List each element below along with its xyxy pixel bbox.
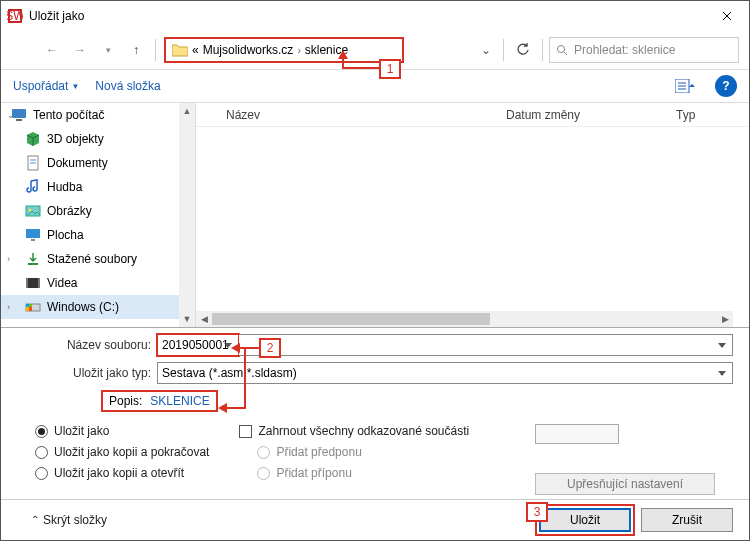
svg-rect-17 — [31, 239, 35, 241]
tree-label: Videa — [47, 276, 77, 290]
radio-save-as[interactable]: Uložit jako — [35, 424, 209, 438]
tree-node-documents[interactable]: Dokumenty — [1, 151, 195, 175]
svg-rect-21 — [38, 278, 40, 288]
radio-label: Přidat příponu — [276, 466, 351, 480]
arrow-icon — [218, 402, 228, 414]
tree-node-downloads[interactable]: › Stažené soubory — [1, 247, 195, 271]
desktop-icon — [25, 227, 41, 243]
help-button[interactable]: ? — [715, 75, 737, 97]
filetype-label: Uložit jako typ: — [17, 366, 157, 380]
close-button[interactable] — [705, 1, 749, 31]
refresh-button[interactable] — [510, 37, 536, 63]
list-header: Název Datum změny Typ — [196, 103, 749, 127]
save-as-dialog: SW Uložit jako ← → ▾ ↑ « Mujsolidworks.c… — [0, 0, 750, 541]
organize-menu[interactable]: Uspořádat ▼ — [13, 79, 79, 93]
view-mode-button[interactable] — [671, 75, 701, 97]
arrow-icon — [231, 342, 241, 354]
tree-node-desktop[interactable]: Plocha — [1, 223, 195, 247]
crumb-root[interactable]: « — [192, 43, 199, 57]
collapse-icon[interactable]: ⌄ — [7, 110, 15, 120]
fields-area: Název souboru: 2019050001 Uložit jako ty… — [1, 328, 749, 416]
tree-label: Windows (C:) — [47, 300, 119, 314]
explorer-area: ⌄ Tento počítač 3D objekty Dokumenty Hud… — [1, 103, 749, 328]
radio-label: Uložit jako — [54, 424, 109, 438]
filetype-value: Sestava (*.asm;*.sldasm) — [162, 366, 297, 380]
recent-dropdown[interactable]: ▾ — [97, 39, 119, 61]
filename-input[interactable]: 2019050001 — [157, 334, 239, 356]
up-button[interactable]: ↑ — [125, 39, 147, 61]
expand-icon[interactable]: › — [7, 254, 10, 264]
breadcrumb[interactable]: « Mujsolidworks.cz › sklenice — [164, 37, 404, 63]
hide-folders-toggle[interactable]: ⌃ Skrýt složky — [31, 513, 107, 527]
breadcrumb-history-dropdown[interactable]: ⌄ — [475, 39, 497, 61]
svg-rect-20 — [26, 278, 28, 288]
tree-label: 3D objekty — [47, 132, 104, 146]
cube-icon — [25, 131, 41, 147]
forward-button[interactable]: → — [69, 39, 91, 61]
expand-icon[interactable]: › — [7, 302, 10, 312]
callout-2: 2 — [259, 338, 281, 358]
horizontal-scrollbar[interactable]: ◀ ▶ — [196, 311, 733, 327]
svg-line-4 — [564, 52, 567, 55]
callout-3: 3 — [526, 502, 548, 522]
col-type[interactable]: Typ — [676, 108, 695, 122]
callout-line — [238, 347, 260, 349]
scrollbar-thumb[interactable] — [212, 313, 490, 325]
image-icon — [25, 203, 41, 219]
scroll-left-icon[interactable]: ◀ — [196, 314, 212, 324]
document-icon — [25, 155, 41, 171]
radio-label: Uložit jako kopii a pokračovat — [54, 445, 209, 459]
arrow-icon — [337, 50, 349, 60]
radio-add-suffix: Přidat příponu — [257, 466, 469, 480]
back-button[interactable]: ← — [41, 39, 63, 61]
cancel-button[interactable]: Zrušit — [641, 508, 733, 532]
prefix-suffix-input — [535, 424, 619, 444]
tree-label: Obrázky — [47, 204, 92, 218]
check-include-refs[interactable]: Zahrnout všechny odkazované součásti — [239, 424, 469, 438]
video-icon — [25, 275, 41, 291]
search-input[interactable]: Prohledat: sklenice — [549, 37, 739, 63]
check-label: Zahrnout všechny odkazované součásti — [258, 424, 469, 438]
tree-node-thispc[interactable]: ⌄ Tento počítač — [1, 103, 195, 127]
tree-node-windows-c[interactable]: › Windows (C:) — [1, 295, 195, 319]
file-list[interactable]: Název Datum změny Typ ◀ ▶ — [196, 103, 749, 327]
description-value[interactable]: SKLENICE — [150, 394, 209, 408]
divider — [503, 39, 504, 61]
tree-node-3dobjects[interactable]: 3D objekty — [1, 127, 195, 151]
scroll-down-icon[interactable]: ▼ — [183, 311, 192, 327]
filename-label: Název souboru: — [17, 338, 157, 352]
radio-save-copy-continue[interactable]: Uložit jako kopii a pokračovat — [35, 445, 209, 459]
tree-label: Stažené soubory — [47, 252, 137, 266]
description-field[interactable]: Popis: SKLENICE — [101, 390, 218, 412]
titlebar: SW Uložit jako — [1, 1, 749, 31]
radio-label: Uložit jako kopii a otevřít — [54, 466, 184, 480]
filename-input-ext[interactable] — [239, 334, 733, 356]
save-button[interactable]: Uložit — [539, 508, 631, 532]
download-icon — [25, 251, 41, 267]
svg-point-15 — [29, 209, 32, 212]
crumb-1[interactable]: Mujsolidworks.cz — [203, 43, 294, 57]
search-placeholder: Prohledat: sklenice — [574, 43, 675, 57]
chevron-down-icon: ▼ — [71, 82, 79, 91]
callout-line — [225, 407, 246, 409]
tree-node-pictures[interactable]: Obrázky — [1, 199, 195, 223]
drive-icon — [25, 299, 41, 315]
radio-label: Přidat předponu — [276, 445, 361, 459]
options-area: Uložit jako Uložit jako kopii a pokračov… — [1, 416, 749, 499]
tree-label: Dokumenty — [47, 156, 108, 170]
tree-scrollbar[interactable]: ▲ ▼ — [179, 103, 195, 327]
svg-rect-16 — [26, 229, 40, 238]
radio-save-copy-open[interactable]: Uložit jako kopii a otevřít — [35, 466, 209, 480]
tree-node-music[interactable]: Hudba — [1, 175, 195, 199]
description-label: Popis: — [109, 394, 142, 408]
new-folder-button[interactable]: Nová složka — [95, 79, 160, 93]
col-name[interactable]: Název — [226, 108, 506, 122]
scroll-up-icon[interactable]: ▲ — [183, 103, 192, 119]
col-date[interactable]: Datum změny — [506, 108, 676, 122]
svg-rect-10 — [16, 119, 22, 121]
folder-tree[interactable]: ⌄ Tento počítač 3D objekty Dokumenty Hud… — [1, 103, 196, 327]
divider — [542, 39, 543, 61]
tree-node-videos[interactable]: Videa — [1, 271, 195, 295]
scroll-right-icon[interactable]: ▶ — [717, 314, 733, 324]
svg-rect-19 — [26, 278, 40, 288]
